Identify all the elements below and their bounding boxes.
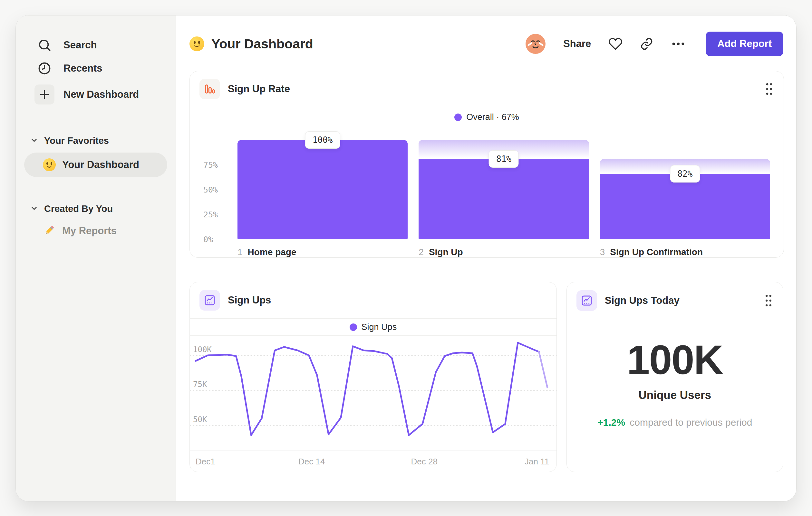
page-title: Your Dashboard xyxy=(211,36,313,52)
funnel-y-tick: 25% xyxy=(203,210,218,219)
sign-ups-card: Sign Ups Sign Ups 100K75K50K Dec1Dec 14D… xyxy=(190,282,557,472)
main-content: Your Dashboard Share xyxy=(176,16,796,501)
step-name: Sign Up Confirmation xyxy=(610,247,703,257)
line-x-tick: Dec 28 xyxy=(411,457,437,467)
metric-unit-label: Unique Users xyxy=(639,389,712,402)
funnel-y-tick: 0% xyxy=(203,235,213,244)
card-header: Sign Ups Today xyxy=(567,282,783,319)
funnel-step-label: 2 Sign Up xyxy=(418,247,589,257)
drag-handle-icon[interactable] xyxy=(764,82,774,96)
card-header: Sign Up Rate xyxy=(190,71,784,107)
sidebar-section-label: Created By You xyxy=(44,203,113,214)
favorite-heart-icon[interactable] xyxy=(608,37,622,51)
sidebar-item-my-reports[interactable]: My Reports xyxy=(24,218,167,244)
card-header: Sign Ups xyxy=(190,282,556,319)
clock-icon xyxy=(34,61,54,76)
funnel-bar-home-page[interactable]: 100% xyxy=(237,140,408,239)
line-y-tick: 75K xyxy=(193,380,207,389)
line-chart-svg xyxy=(190,336,556,451)
funnel-y-tick: 75% xyxy=(203,160,218,170)
legend-separator: · xyxy=(496,112,499,122)
copy-link-icon[interactable] xyxy=(640,37,654,51)
metric-delta-description: compared to previous period xyxy=(630,417,752,428)
legend-label: Sign Ups xyxy=(361,322,397,332)
sidebar-item-label: My Reports xyxy=(62,225,117,237)
sidebar-section-label: Your Favorites xyxy=(44,135,109,146)
funnel-value-badge: 100% xyxy=(305,131,340,149)
card-title: Sign Ups xyxy=(228,294,271,306)
line-x-tick: Dec 14 xyxy=(298,457,325,467)
sidebar-item-label: Your Dashboard xyxy=(62,159,139,171)
line-x-tick: Jan 11 xyxy=(525,457,549,467)
more-options-icon[interactable] xyxy=(671,36,686,51)
chevron-down-icon xyxy=(30,136,38,146)
funnel-value-badge: 82% xyxy=(670,165,700,183)
sidebar-section-your-favorites[interactable]: Your Favorites xyxy=(24,132,167,150)
funnel-bar-fill xyxy=(418,159,589,239)
line-y-tick: 100K xyxy=(193,345,212,354)
plus-icon xyxy=(34,84,54,105)
funnel-legend[interactable]: Overall · 67% xyxy=(203,107,770,127)
funnel-chart: 75%50%25%0% 100% 81% 82% xyxy=(203,140,770,239)
search-icon xyxy=(34,38,54,52)
funnel-bar-fill xyxy=(237,140,408,239)
legend-label: Overall xyxy=(466,112,494,122)
step-name: Sign Up xyxy=(429,247,463,257)
step-number: 1 xyxy=(237,247,243,257)
sidebar-item-recents[interactable]: Recents xyxy=(24,57,167,80)
sidebar: Search Recents New Dashboard Your Favori… xyxy=(16,16,176,501)
funnel-step-label: 3 Sign Up Confirmation xyxy=(600,247,770,257)
line-x-tick: Dec1 xyxy=(196,457,215,467)
smiley-emoji-icon xyxy=(190,36,204,51)
metric-value: 100K xyxy=(627,336,723,383)
drag-handle-icon[interactable] xyxy=(764,294,773,308)
step-number: 3 xyxy=(600,247,605,257)
smiley-emoji-icon xyxy=(43,158,56,171)
sidebar-item-search[interactable]: Search xyxy=(24,33,167,57)
sign-ups-today-card: Sign Ups Today 100K Unique Users +1.2% c… xyxy=(567,282,783,472)
line-y-tick: 50K xyxy=(193,415,207,424)
legend-value: 67% xyxy=(502,112,519,122)
card-title: Sign Up Rate xyxy=(228,83,290,95)
funnel-step-label: 1 Home page xyxy=(237,247,408,257)
funnel-x-labels: 1 Home page 2 Sign Up 3 Sign Up Confirma… xyxy=(203,247,770,257)
avatar[interactable] xyxy=(525,33,546,54)
sidebar-item-label: New Dashboard xyxy=(63,89,139,100)
legend-dot xyxy=(350,323,357,331)
pencil-icon xyxy=(43,224,56,238)
sidebar-item-label: Search xyxy=(63,39,97,51)
line-chart-icon xyxy=(576,290,597,311)
line-chart-icon xyxy=(199,290,220,310)
page-header: Your Dashboard Share xyxy=(190,25,783,62)
line-x-axis: Dec1Dec 14Dec 28Jan 11 xyxy=(190,451,556,472)
step-number: 2 xyxy=(418,247,424,257)
sidebar-item-your-dashboard[interactable]: Your Dashboard xyxy=(24,153,167,177)
metric-delta: +1.2% xyxy=(598,417,625,428)
share-button[interactable]: Share xyxy=(563,38,591,50)
funnel-y-axis: 75%50%25%0% xyxy=(203,140,227,239)
funnel-bar-sign-up[interactable]: 81% xyxy=(418,140,589,239)
add-report-button[interactable]: Add Report xyxy=(706,32,783,56)
funnel-bar-sign-up-confirmation[interactable]: 82% xyxy=(600,140,770,239)
funnel-y-tick: 50% xyxy=(203,185,218,194)
app-window: Search Recents New Dashboard Your Favori… xyxy=(16,15,796,501)
line-chart: 100K75K50K xyxy=(190,336,556,451)
sidebar-item-new-dashboard[interactable]: New Dashboard xyxy=(24,80,167,109)
sign-up-rate-card: Sign Up Rate Overall · 67% 75%50%25%0% xyxy=(190,71,784,258)
metric-body: 100K Unique Users +1.2% compared to prev… xyxy=(567,319,783,472)
chevron-down-icon xyxy=(30,204,38,214)
card-title: Sign Ups Today xyxy=(605,295,679,306)
line-legend[interactable]: Sign Ups xyxy=(190,319,556,336)
funnel-bar-fill xyxy=(600,174,770,239)
sidebar-section-created-by-you[interactable]: Created By You xyxy=(24,200,167,218)
bar-chart-icon xyxy=(199,79,220,99)
funnel-value-badge: 81% xyxy=(489,150,519,168)
step-name: Home page xyxy=(248,247,296,257)
sidebar-item-label: Recents xyxy=(63,62,103,74)
legend-dot xyxy=(454,113,462,121)
